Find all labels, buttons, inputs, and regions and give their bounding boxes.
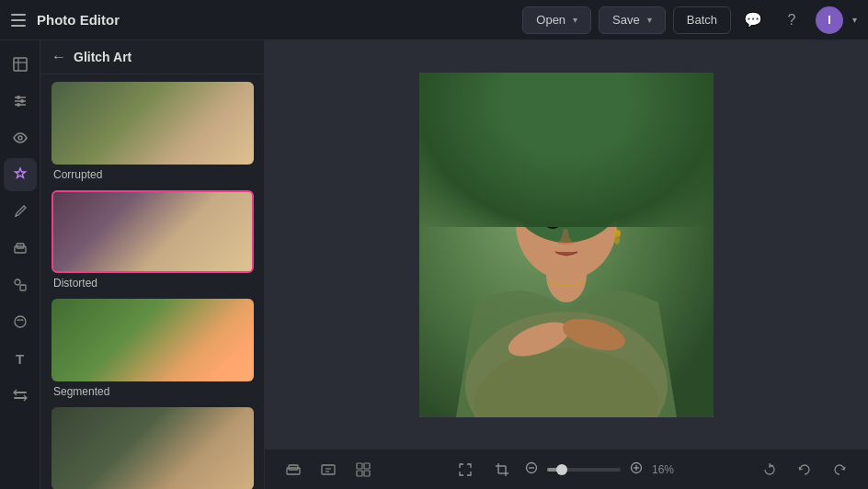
nav-more-icon[interactable] (4, 379, 37, 412)
bottom-left-tools (280, 456, 377, 483)
save-button[interactable]: Save ▾ (599, 6, 666, 34)
filter-corrupted[interactable]: Corrupted (40, 82, 264, 190)
svg-rect-39 (364, 463, 370, 469)
nav-eye-icon[interactable] (4, 121, 37, 154)
layers-tool-button[interactable] (280, 456, 307, 483)
menu-icon[interactable] (11, 11, 29, 29)
undo-button[interactable] (791, 456, 818, 483)
svg-point-15 (17, 319, 19, 321)
bottom-toolbar: 16% (265, 449, 868, 489)
icon-nav: T (0, 40, 40, 489)
svg-rect-18 (14, 397, 27, 399)
svg-point-30 (573, 217, 588, 226)
open-button[interactable]: Open ▾ (522, 6, 591, 34)
filter-thumb-fragmented (51, 407, 254, 489)
svg-rect-41 (364, 471, 370, 476)
filter-name-distorted: Distorted (51, 273, 253, 291)
canvas-area: 16% (265, 40, 868, 489)
svg-rect-40 (357, 471, 362, 476)
filter-fragmented[interactable]: Fragmented (40, 407, 264, 489)
main-area: T ← Glitch Art Corrupted Distort (0, 40, 868, 489)
nav-layers-icon[interactable] (4, 232, 37, 265)
svg-point-6 (17, 96, 20, 99)
zoom-plus-button[interactable] (630, 461, 643, 478)
svg-point-32 (614, 235, 620, 244)
open-chevron-icon: ▾ (573, 15, 577, 25)
nav-brush-icon[interactable] (4, 195, 37, 228)
panel-title: Glitch Art (74, 50, 131, 64)
svg-point-7 (20, 99, 24, 103)
filter-name-segmented: Segmented (51, 381, 253, 400)
fit-view-button[interactable] (451, 456, 479, 483)
svg-point-29 (545, 220, 560, 229)
sidebar-panel: ← Glitch Art Corrupted Distorted Segment… (40, 40, 265, 489)
svg-point-26 (516, 169, 617, 279)
history-panel-button[interactable] (314, 456, 342, 483)
nav-text-icon[interactable]: T (4, 342, 37, 375)
chat-icon[interactable]: 💬 (738, 6, 768, 35)
svg-rect-35 (322, 465, 335, 474)
svg-rect-38 (357, 463, 362, 469)
filter-name-corrupted: Corrupted (51, 165, 253, 183)
filter-thumb-segmented (51, 299, 254, 381)
zoom-slider[interactable] (547, 468, 621, 472)
crop-tool-button[interactable] (488, 456, 516, 483)
zoom-minus-button[interactable] (525, 461, 538, 478)
panel-header: ← Glitch Art (40, 40, 264, 74)
nav-objects-icon[interactable] (4, 268, 37, 301)
svg-point-12 (15, 279, 20, 285)
nav-stickers-icon[interactable] (4, 305, 37, 338)
svg-rect-13 (20, 285, 26, 290)
bottom-right-tools (756, 456, 853, 483)
svg-point-28 (513, 140, 620, 217)
topbar-right: 💬 ? I ▾ (738, 6, 857, 35)
help-icon[interactable]: ? (777, 6, 806, 35)
avatar[interactable]: I (816, 6, 843, 34)
svg-point-16 (21, 319, 23, 321)
app-title: Photo Editor (37, 12, 120, 28)
zoom-slider-thumb (556, 464, 567, 475)
filter-thumb-distorted (51, 190, 254, 273)
svg-point-9 (18, 136, 22, 140)
svg-point-8 (17, 103, 20, 107)
back-button[interactable]: ← (51, 50, 66, 64)
avatar-chevron-icon: ▾ (852, 15, 857, 25)
grid-button[interactable] (349, 456, 377, 483)
topbar: Photo Editor Open ▾ Save ▾ Batch 💬 ? I ▾ (0, 0, 868, 40)
filter-thumb-corrupted (51, 82, 254, 165)
filter-segmented[interactable]: Segmented (40, 299, 264, 407)
filter-distorted[interactable]: Distorted (40, 190, 264, 299)
batch-button[interactable]: Batch (673, 6, 731, 34)
zoom-slider-container (547, 468, 621, 472)
nav-adjust-icon[interactable] (4, 85, 37, 118)
canvas-image (419, 73, 714, 417)
redo-button[interactable] (826, 456, 853, 483)
svg-point-14 (15, 316, 26, 327)
svg-rect-17 (14, 392, 27, 393)
zoom-level-label: 16% (652, 463, 681, 476)
nav-effects-icon[interactable] (4, 158, 37, 191)
panel-scroll[interactable]: Corrupted Distorted Segmented Fragmented… (40, 74, 264, 489)
svg-rect-0 (14, 58, 27, 71)
save-chevron-icon: ▾ (647, 15, 652, 25)
nav-crop-icon[interactable] (4, 48, 37, 81)
bottom-center-tools: 16% (451, 456, 681, 483)
svg-point-27 (509, 142, 623, 243)
canvas-workspace[interactable] (265, 40, 868, 449)
rotate-cw-button[interactable] (756, 456, 783, 483)
